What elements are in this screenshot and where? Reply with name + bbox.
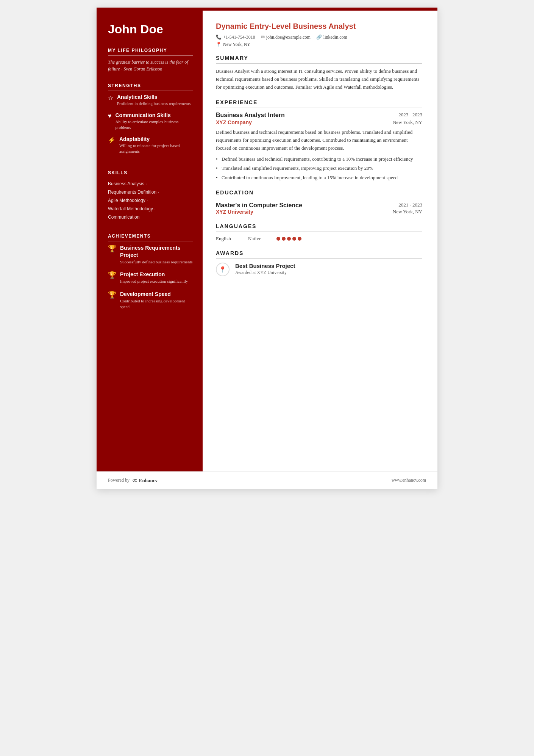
language-row: English Native	[216, 236, 422, 242]
philosophy-title: MY LIFE PHILOSOPHY	[108, 48, 193, 56]
achievements-section: ACHIEVEMENTS 🏆 Business Requirements Pro…	[108, 233, 193, 316]
summary-text: Business Analyst with a strong interest …	[216, 67, 422, 91]
philosophy-text: The greatest barrier to success is the f…	[108, 59, 193, 72]
edu-header: Master's in Computer Science 2021 - 2023	[216, 202, 422, 209]
trophy-icon-3: 🏆	[108, 291, 116, 299]
strength-desc-1: Proficient in defining business requirem…	[117, 101, 190, 106]
strength-desc-3: Willing to relocate for project-based as…	[119, 143, 193, 155]
contact-location: 📍 New York, NY	[216, 42, 250, 47]
achievement-desc-2: Improved project execution significantly	[120, 279, 188, 284]
contact-linkedin: 🔗 linkedin.com	[316, 34, 347, 40]
contact-phone: 📞 +1-541-754-3010	[216, 34, 255, 40]
exp-bullets: Defined business and technical requireme…	[216, 155, 422, 182]
bullet-2: Translated and simplified requirements, …	[216, 164, 422, 172]
strength-title-3: Adaptability	[119, 136, 193, 142]
main-header: Dynamic Entry-Level Business Analyst 📞 +…	[216, 22, 422, 47]
strength-item-3: ⚡ Adaptability Willing to relocate for p…	[108, 136, 193, 155]
pin-icon: 📍	[219, 266, 226, 273]
achievement-desc-1: Successfully defined business requiremen…	[120, 259, 193, 265]
achievement-item-1: 🏆 Business Requirements Project Successf…	[108, 244, 193, 265]
footer-url: www.enhancv.com	[392, 477, 426, 483]
languages-section: LANGUAGES English Native	[216, 223, 422, 242]
footer: Powered by ∞ Enhancv www.enhancv.com	[97, 471, 437, 489]
email-icon: ✉	[261, 34, 265, 40]
contact-line-2: 📍 New York, NY	[216, 42, 422, 47]
exp-header: Business Analyst Intern 2023 - 2023	[216, 112, 422, 119]
strengths-section: STRENGTHS ☆ Analytical Skills Proficient…	[108, 83, 193, 160]
bolt-icon: ⚡	[108, 136, 116, 144]
exp-description: Defined business and technical requireme…	[216, 128, 422, 152]
brand-logo: ∞ Enhancv	[133, 476, 158, 484]
dot-2	[282, 237, 286, 241]
exp-dates: 2023 - 2023	[398, 112, 422, 118]
edu-school-line: XYZ University New York, NY	[216, 209, 422, 215]
philosophy-section: MY LIFE PHILOSOPHY The greatest barrier …	[108, 48, 193, 72]
phone-icon: 📞	[216, 34, 222, 40]
strengths-title: STRENGTHS	[108, 83, 193, 91]
dot-5	[298, 237, 301, 241]
star-icon: ☆	[108, 94, 113, 102]
education-section: EDUCATION Master's in Computer Science 2…	[216, 189, 422, 215]
award-desc: Awarded at XYZ University	[235, 270, 295, 275]
edu-dates: 2021 - 2023	[398, 202, 422, 209]
job-title: Dynamic Entry-Level Business Analyst	[216, 22, 422, 31]
lang-level: Native	[248, 236, 271, 242]
experience-section: EXPERIENCE Business Analyst Intern 2023 …	[216, 99, 422, 181]
achievement-item-2: 🏆 Project Execution Improved project exe…	[108, 271, 193, 285]
contact-email: ✉ john.doe@example.com	[261, 34, 311, 40]
dot-4	[292, 237, 296, 241]
summary-title: SUMMARY	[216, 55, 422, 64]
location-icon: 📍	[216, 42, 222, 47]
awards-title: AWARDS	[216, 250, 422, 259]
strength-item-1: ☆ Analytical Skills Proficient in defini…	[108, 94, 193, 106]
dot-1	[276, 237, 280, 241]
top-bar	[97, 8, 437, 11]
exp-company: XYZ Company	[216, 119, 252, 125]
linkedin-text: linkedin.com	[323, 34, 347, 40]
achievement-title-1: Business Requirements Project	[120, 244, 193, 258]
achievement-title-3: Development Speed	[120, 291, 193, 297]
exp-position: Business Analyst Intern	[216, 112, 285, 119]
phone-text: +1-541-754-3010	[223, 34, 255, 40]
trophy-icon-1: 🏆	[108, 244, 116, 253]
experience-title: EXPERIENCE	[216, 99, 422, 108]
resume-wrapper: John Doe MY LIFE PHILOSOPHY The greatest…	[97, 8, 437, 489]
candidate-name: John Doe	[108, 22, 193, 36]
award-icon: 📍	[216, 263, 230, 276]
award-title: Best Business Project	[235, 263, 295, 269]
awards-section: AWARDS 📍 Best Business Project Awarded a…	[216, 250, 422, 276]
strength-title-1: Analytical Skills	[117, 94, 190, 100]
main-content: Dynamic Entry-Level Business Analyst 📞 +…	[203, 11, 437, 471]
bullet-3: Contributed to continuous improvement, l…	[216, 174, 422, 182]
lang-dots	[276, 237, 301, 241]
dot-3	[287, 237, 291, 241]
exp-company-line: XYZ Company New York, NY	[216, 119, 422, 125]
strength-desc-2: Ability to articulate complex business p…	[116, 119, 194, 131]
summary-section: SUMMARY Business Analyst with a strong i…	[216, 55, 422, 91]
edu-degree: Master's in Computer Science	[216, 202, 302, 209]
languages-title: LANGUAGES	[216, 223, 422, 232]
skill-item-5: Communication	[108, 214, 193, 220]
achievements-title: ACHIEVEMENTS	[108, 233, 193, 241]
trophy-icon-2: 🏆	[108, 271, 116, 279]
edu-location: New York, NY	[393, 209, 422, 215]
sidebar: John Doe MY LIFE PHILOSOPHY The greatest…	[97, 11, 203, 471]
bullet-1: Defined business and technical requireme…	[216, 155, 422, 163]
linkedin-icon: 🔗	[316, 34, 322, 40]
resume-body: John Doe MY LIFE PHILOSOPHY The greatest…	[97, 11, 437, 471]
lang-name: English	[216, 236, 242, 242]
heart-icon: ♥	[108, 113, 112, 119]
skill-item-4: Waterfall Methodology	[108, 206, 193, 211]
strength-item-2: ♥ Communication Skills Ability to articu…	[108, 112, 193, 131]
skill-item-3: Agile Methodology	[108, 198, 193, 203]
achievement-item-3: 🏆 Development Speed Contributed to incre…	[108, 291, 193, 310]
location-text: New York, NY	[223, 42, 250, 47]
achievement-title-2: Project Execution	[120, 271, 188, 278]
email-text: john.doe@example.com	[266, 34, 311, 40]
award-item-1: 📍 Best Business Project Awarded at XYZ U…	[216, 263, 422, 276]
brand-name: Enhancv	[139, 477, 158, 484]
contact-line-1: 📞 +1-541-754-3010 ✉ john.doe@example.com…	[216, 34, 422, 40]
skills-section: SKILLS Business Analysis Requirements De…	[108, 170, 193, 223]
skills-title: SKILLS	[108, 170, 193, 178]
skill-item-2: Requirements Definition	[108, 189, 193, 195]
